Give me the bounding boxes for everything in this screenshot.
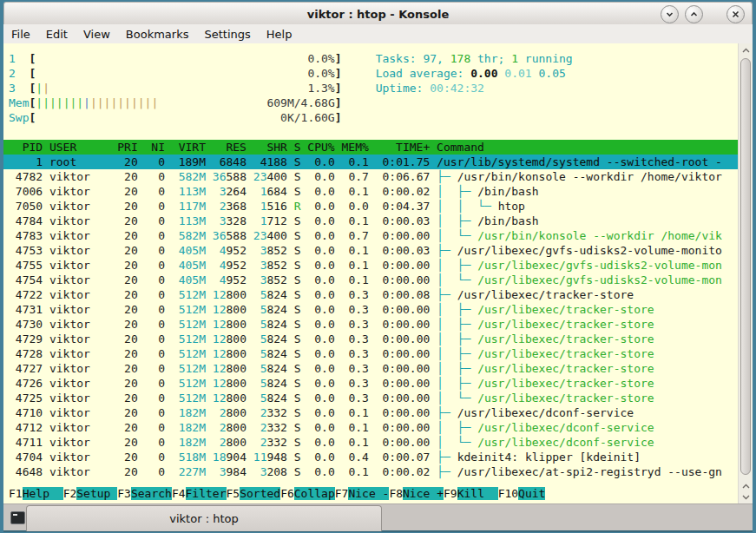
process-row[interactable]: 4730 viktor 20 0 512M 12800 5824 S 0.0 0… — [9, 317, 738, 332]
process-row[interactable]: 4753 viktor 20 0 405M 4952 3852 S 0.0 0.… — [9, 243, 738, 258]
process-row[interactable]: 4726 viktor 20 0 512M 12800 5824 S 0.0 0… — [9, 376, 738, 391]
process-row[interactable]: 4727 viktor 20 0 512M 12800 5824 S 0.0 0… — [9, 361, 738, 376]
fkey-f5-label[interactable]: Sorted — [240, 487, 280, 500]
minimize-button[interactable] — [661, 5, 679, 23]
process-row[interactable]: 7006 viktor 20 0 113M 3264 1684 S 0.0 0.… — [9, 184, 738, 199]
tab-label: viktor : htop — [169, 512, 238, 525]
fkey-f10-label[interactable]: Quit — [518, 487, 545, 500]
process-row[interactable]: 4782 viktor 20 0 582M 36588 23400 S 0.0 … — [9, 169, 738, 184]
fkey-f10[interactable]: F10 — [498, 487, 518, 500]
maximize-button[interactable] — [685, 5, 703, 23]
new-tab-button[interactable] — [9, 510, 26, 525]
process-row[interactable]: 4729 viktor 20 0 512M 12800 5824 S 0.0 0… — [9, 332, 738, 346]
fkey-f8-label[interactable]: Nice + — [403, 487, 444, 500]
scroll-up2-icon[interactable] — [739, 481, 753, 491]
load-average: Load average: 0.00 0.01 0.05 — [376, 66, 566, 81]
process-row[interactable]: 4754 viktor 20 0 405M 4952 3852 S 0.0 0.… — [9, 273, 738, 287]
fkey-f6-label[interactable]: Collap — [294, 487, 335, 500]
menu-item-file[interactable]: File — [3, 26, 38, 43]
tab-viktor-htop[interactable]: viktor : htop — [26, 505, 382, 531]
meter-swp: Swp[ 0K/1.60G] — [9, 110, 738, 125]
window-title: viktor : htop - Konsole — [307, 8, 450, 21]
fkey-f4-label[interactable]: Filter — [186, 487, 227, 500]
window-buttons — [654, 5, 745, 23]
tasks-summary: Tasks: 97, 178 thr; 1 running — [376, 51, 573, 66]
function-key-bar: F1Help F2Setup F3SearchF4FilterF5SortedF… — [9, 486, 738, 501]
process-row[interactable]: 4755 viktor 20 0 405M 4952 3852 S 0.0 0.… — [9, 258, 738, 273]
process-row-selected[interactable]: 1 root 20 0 189M 6848 4188 S 0.0 0.1 0:0… — [3, 155, 738, 169]
meter-2: 2 [ 0.0%]Load average: 0.00 0.01 0.05 — [9, 66, 738, 81]
fkey-f7-label[interactable]: Nice - — [348, 487, 389, 500]
konsole-window: viktor : htop - Konsole FileEditViewBook… — [0, 0, 756, 533]
process-row[interactable]: 4710 viktor 20 0 182M 2800 2332 S 0.0 0.… — [9, 405, 738, 420]
menu-item-edit[interactable]: Edit — [38, 26, 76, 43]
menu-bar: FileEditViewBookmarksSettingsHelp — [3, 24, 753, 44]
scroll-up-icon[interactable] — [739, 45, 753, 56]
process-row[interactable]: 4783 viktor 20 0 582M 36588 23400 S 0.0 … — [9, 228, 738, 243]
meter-3: 3 [|| 1.3%]Uptime: 00:42:32 — [9, 81, 738, 95]
title-bar[interactable]: viktor : htop - Konsole — [3, 2, 753, 25]
meter-1: 1 [ 0.0%]Tasks: 97, 178 thr; 1 running — [9, 51, 738, 66]
fkey-f2-label[interactable]: Setup — [76, 487, 117, 500]
process-row[interactable]: 4731 viktor 20 0 512M 12800 5824 S 0.0 0… — [9, 302, 738, 317]
process-row[interactable]: 4784 viktor 20 0 113M 3328 1712 S 0.0 0.… — [9, 214, 738, 228]
process-row[interactable]: 4711 viktor 20 0 182M 2800 2332 S 0.0 0.… — [9, 435, 738, 450]
menu-item-settings[interactable]: Settings — [196, 26, 258, 43]
process-row[interactable]: 4725 viktor 20 0 512M 12800 5824 S 0.0 0… — [9, 391, 738, 405]
scrollbar[interactable] — [738, 43, 753, 503]
fkey-f9[interactable]: F9 — [444, 487, 457, 500]
process-row[interactable]: 4712 viktor 20 0 182M 2800 2332 S 0.0 0.… — [9, 420, 738, 435]
process-row[interactable]: 7050 viktor 20 0 117M 2368 1516 R 0.0 0.… — [9, 199, 738, 214]
fkey-f7[interactable]: F7 — [335, 487, 349, 500]
tab-bar: viktor : htop — [3, 503, 753, 532]
terminal-icon — [10, 511, 25, 524]
fkey-f6[interactable]: F6 — [280, 487, 294, 500]
process-row[interactable]: 4728 viktor 20 0 512M 12800 5824 S 0.0 0… — [9, 346, 738, 361]
uptime: Uptime: 00:42:32 — [376, 81, 484, 95]
menu-item-bookmarks[interactable]: Bookmarks — [118, 26, 197, 43]
scrollbar-thumb[interactable] — [740, 58, 751, 475]
fkey-f3-label[interactable]: Search — [131, 487, 172, 500]
meter-mem: Mem[|||||||||||||||||| 609M/4.68G] — [9, 95, 738, 110]
fkey-f1[interactable]: F1 — [9, 487, 23, 500]
chevron-up-icon — [689, 10, 699, 19]
terminal-area[interactable]: 1 [ 0.0%]Tasks: 97, 178 thr; 1 running2 … — [3, 43, 753, 503]
close-icon — [731, 10, 740, 19]
process-row[interactable]: 4648 viktor 20 0 227M 3984 3208 S 0.0 0.… — [9, 464, 738, 479]
scroll-down-icon[interactable] — [739, 491, 753, 502]
process-row[interactable]: 4704 viktor 20 0 518M 18904 11948 S 0.0 … — [9, 450, 738, 464]
htop-output: 1 [ 0.0%]Tasks: 97, 178 thr; 1 running2 … — [9, 51, 738, 501]
fkey-f9-label[interactable]: Kill — [457, 487, 498, 500]
close-button[interactable] — [726, 5, 745, 23]
menu-item-help[interactable]: Help — [259, 26, 300, 43]
fkey-f3[interactable]: F3 — [117, 487, 131, 500]
fkey-f2[interactable]: F2 — [63, 487, 77, 500]
chevron-down-icon — [665, 10, 674, 19]
process-row[interactable]: 4722 viktor 20 0 512M 12800 5824 S 0.0 0… — [9, 287, 738, 302]
menu-item-view[interactable]: View — [76, 26, 118, 43]
fkey-f4[interactable]: F4 — [172, 487, 186, 500]
fkey-f8[interactable]: F8 — [389, 487, 403, 500]
process-table-header[interactable]: PID USER PRI NI VIRT RES SHR S CPU% MEM%… — [3, 140, 738, 155]
fkey-f1-label[interactable]: Help — [23, 487, 63, 500]
fkey-f5[interactable]: F5 — [227, 487, 240, 500]
